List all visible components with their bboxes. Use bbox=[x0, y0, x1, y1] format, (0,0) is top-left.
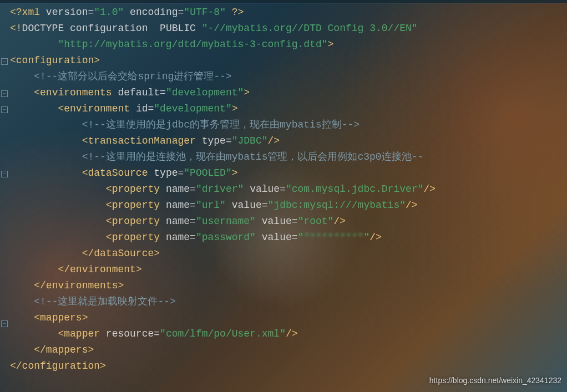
code-line[interactable]: </configuration> bbox=[10, 358, 436, 374]
code-line[interactable]: <mappers> bbox=[10, 310, 436, 326]
censored-password: "********" bbox=[303, 232, 363, 243]
code-line[interactable]: <configuration> bbox=[10, 53, 436, 69]
fold-toggle[interactable]: − bbox=[1, 90, 8, 97]
fold-toggle[interactable]: − bbox=[1, 58, 8, 65]
fold-toggle[interactable]: − bbox=[1, 106, 8, 113]
code-content[interactable]: <?xml version="1.0" encoding="UTF-8" ?> … bbox=[10, 4, 436, 374]
code-line[interactable]: <!--这里使用的是jdbc的事务管理，现在由mybatis控制--> bbox=[10, 117, 436, 133]
watermark-text: https://blog.csdn.net/weixin_42341232 bbox=[429, 373, 561, 389]
fold-toggle[interactable]: − bbox=[1, 320, 8, 327]
code-line[interactable]: </environments> bbox=[10, 278, 436, 294]
code-line[interactable]: <!--这里就是加载映射文件--> bbox=[10, 294, 436, 310]
code-line[interactable]: </mappers> bbox=[10, 342, 436, 358]
xml-open: <? bbox=[10, 7, 22, 18]
code-line[interactable]: <!DOCTYPE configuration PUBLIC "-//mybat… bbox=[10, 21, 436, 37]
code-line[interactable]: <property name="password" value=""******… bbox=[10, 230, 436, 246]
code-line[interactable]: <?xml version="1.0" encoding="UTF-8" ?> bbox=[10, 4, 436, 21]
code-line[interactable]: <environments default="development"> bbox=[10, 85, 436, 101]
code-line[interactable]: "http://mybatis.org/dtd/mybatis-3-config… bbox=[10, 37, 436, 53]
code-line[interactable]: <transactionManager type="JDBC"/> bbox=[10, 133, 436, 149]
code-line[interactable]: <environment id="development"> bbox=[10, 101, 436, 117]
code-line[interactable]: <property name="driver" value="com.mysql… bbox=[10, 181, 436, 197]
code-line[interactable]: <!--这部分以后会交给spring进行管理--> bbox=[10, 69, 436, 85]
code-line[interactable]: <!--这里用的是连接池，现在由mybatis管理，以后会用例如c3p0连接池-… bbox=[10, 149, 436, 165]
code-line[interactable]: <property name="username" value="root"/> bbox=[10, 213, 436, 230]
code-line[interactable]: </dataSource> bbox=[10, 246, 436, 262]
code-line[interactable]: </environment> bbox=[10, 262, 436, 278]
fold-toggle[interactable]: − bbox=[1, 171, 8, 177]
code-line[interactable]: <dataSource type="POOLED"> bbox=[10, 165, 436, 181]
code-line[interactable]: <mapper resource="com/lfm/po/User.xml"/> bbox=[10, 326, 436, 342]
code-line[interactable]: <property name="url" value="jdbc:mysql:/… bbox=[10, 197, 436, 213]
editor-tab-bar bbox=[0, 0, 567, 3]
